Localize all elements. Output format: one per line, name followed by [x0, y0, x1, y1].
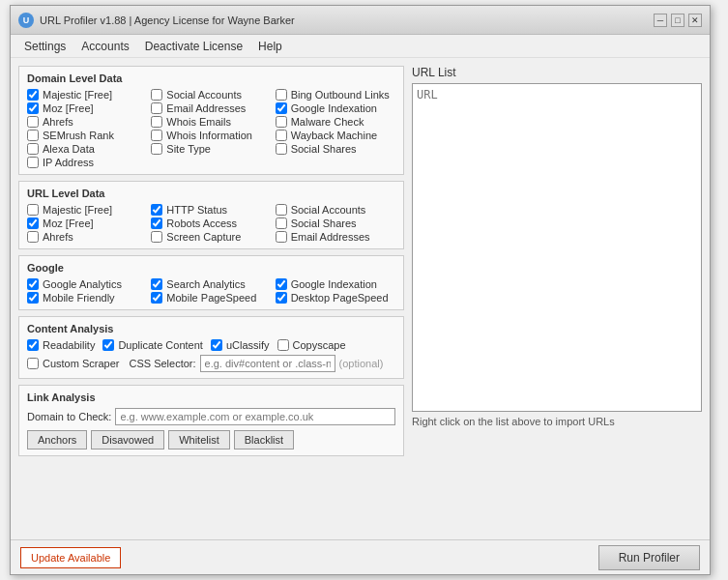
- google-mobile-speed-check[interactable]: [151, 292, 162, 304]
- domain-site-type[interactable]: Site Type: [151, 143, 271, 155]
- url-screen[interactable]: Screen Capture: [151, 231, 271, 243]
- content-copyscape[interactable]: Copyscape: [277, 339, 346, 351]
- domain-wayback-check[interactable]: [276, 130, 287, 141]
- url-ahrefs[interactable]: Ahrefs: [27, 231, 147, 243]
- google-indexation[interactable]: Google Indexation: [276, 278, 395, 290]
- whitelist-button[interactable]: Whitelist: [168, 430, 230, 450]
- domain-ahrefs[interactable]: Ahrefs: [27, 116, 147, 128]
- google-search[interactable]: Search Analytics: [151, 278, 271, 290]
- url-social-accounts[interactable]: Social Accounts: [276, 204, 395, 216]
- google-mobile-check[interactable]: [27, 292, 39, 304]
- google-mobile[interactable]: Mobile Friendly: [27, 292, 147, 304]
- domain-social-shares-check[interactable]: [276, 143, 287, 155]
- domain-whois-info[interactable]: Whois Information: [151, 130, 271, 141]
- minimize-button[interactable]: ─: [654, 14, 667, 27]
- menu-help[interactable]: Help: [250, 38, 290, 55]
- content-analysis-row1: Readability Duplicate Content uClassify …: [27, 339, 395, 351]
- domain-alexa[interactable]: Alexa Data: [27, 143, 147, 155]
- url-majestic-check[interactable]: [27, 204, 39, 216]
- content-uclassify-check[interactable]: [211, 339, 222, 351]
- url-moz-check[interactable]: [27, 218, 39, 229]
- url-email[interactable]: Email Addresses: [276, 231, 395, 243]
- domain-majestic-check[interactable]: [27, 89, 39, 101]
- google-grid: Google Analytics Search Analytics Google…: [27, 278, 395, 304]
- google-analytics[interactable]: Google Analytics: [27, 278, 147, 290]
- google-analytics-check[interactable]: [27, 278, 39, 290]
- link-analysis-section: Link Analysis Domain to Check: Anchors D…: [18, 385, 404, 456]
- domain-whois-emails[interactable]: Whois Emails: [151, 116, 271, 128]
- domain-semrush-check[interactable]: [27, 130, 39, 141]
- anchors-button[interactable]: Anchors: [27, 430, 87, 450]
- domain-wayback[interactable]: Wayback Machine: [276, 130, 395, 141]
- domain-google-index-check[interactable]: [276, 102, 287, 114]
- domain-social-accounts[interactable]: Social Accounts: [151, 89, 271, 101]
- content-custom-scraper-check[interactable]: [27, 358, 39, 369]
- blacklist-button[interactable]: Blacklist: [234, 430, 294, 450]
- footer: Update Available Run Profiler: [11, 539, 710, 574]
- domain-ip-check[interactable]: [27, 157, 39, 168]
- close-button[interactable]: ✕: [688, 14, 702, 27]
- url-social-shares[interactable]: Social Shares: [276, 218, 395, 229]
- domain-bing[interactable]: Bing Outbound Links: [276, 89, 395, 101]
- google-mobile-speed[interactable]: Mobile PageSpeed: [151, 292, 271, 304]
- domain-to-check-label: Domain to Check:: [27, 411, 111, 422]
- domain-bing-check[interactable]: [276, 89, 287, 101]
- url-http[interactable]: HTTP Status: [151, 204, 271, 216]
- content-custom-scraper[interactable]: Custom Scraper: [27, 358, 119, 369]
- url-textarea[interactable]: [412, 83, 702, 412]
- domain-input[interactable]: [115, 408, 395, 425]
- url-http-check[interactable]: [151, 204, 162, 216]
- domain-moz[interactable]: Moz [Free]: [27, 102, 147, 114]
- content-duplicate[interactable]: Duplicate Content: [102, 339, 202, 351]
- url-level-section: URL Level Data Majestic [Free] HTTP Stat…: [18, 181, 404, 249]
- url-email-check[interactable]: [276, 231, 287, 243]
- disavowed-button[interactable]: Disavowed: [91, 430, 164, 450]
- menu-accounts[interactable]: Accounts: [73, 38, 136, 55]
- url-level-title: URL Level Data: [27, 188, 395, 199]
- url-robots[interactable]: Robots Access: [151, 218, 271, 229]
- content-duplicate-check[interactable]: [102, 339, 114, 351]
- domain-social-shares[interactable]: Social Shares: [276, 143, 395, 155]
- google-section: Google Google Analytics Search Analytics…: [18, 255, 404, 310]
- domain-email[interactable]: Email Addresses: [151, 102, 271, 114]
- domain-google-index[interactable]: Google Indexation: [276, 102, 395, 114]
- update-button[interactable]: Update Available: [20, 547, 121, 568]
- domain-email-check[interactable]: [151, 102, 162, 114]
- url-robots-check[interactable]: [151, 218, 162, 229]
- domain-whois-info-check[interactable]: [151, 130, 162, 141]
- css-selector-input[interactable]: [200, 355, 335, 372]
- url-hint: Right click on the list above to import …: [412, 416, 702, 427]
- run-profiler-button[interactable]: Run Profiler: [598, 545, 700, 570]
- google-desktop-speed-check[interactable]: [276, 292, 287, 304]
- url-social-shares-check[interactable]: [276, 218, 287, 229]
- domain-level-grid: Majestic [Free] Social Accounts Bing Out…: [27, 89, 395, 168]
- menu-deactivate[interactable]: Deactivate License: [137, 38, 250, 55]
- content-uclassify[interactable]: uClassify: [211, 339, 270, 351]
- domain-alexa-check[interactable]: [27, 143, 39, 155]
- domain-semrush[interactable]: SEMrush Rank: [27, 130, 147, 141]
- url-ahrefs-check[interactable]: [27, 231, 39, 243]
- domain-malware-check[interactable]: [276, 116, 287, 128]
- maximize-button[interactable]: □: [671, 14, 684, 27]
- domain-malware[interactable]: Malware Check: [276, 116, 395, 128]
- google-search-check[interactable]: [151, 278, 162, 290]
- google-desktop-speed[interactable]: Desktop PageSpeed: [276, 292, 395, 304]
- url-social-accounts-check[interactable]: [276, 204, 287, 216]
- url-screen-check[interactable]: [151, 231, 162, 243]
- content-copyscape-check[interactable]: [277, 339, 289, 351]
- domain-site-type-check[interactable]: [151, 143, 162, 155]
- titlebar: U URL Profiler v1.88 | Agency License fo…: [11, 6, 710, 35]
- menu-settings[interactable]: Settings: [16, 38, 73, 55]
- domain-whois-emails-check[interactable]: [151, 116, 162, 128]
- content-readability-check[interactable]: [27, 339, 39, 351]
- domain-majestic[interactable]: Majestic [Free]: [27, 89, 147, 101]
- google-indexation-check[interactable]: [276, 278, 287, 290]
- domain-ip[interactable]: IP Address: [27, 157, 147, 168]
- domain-moz-check[interactable]: [27, 102, 39, 114]
- url-level-grid: Majestic [Free] HTTP Status Social Accou…: [27, 204, 395, 243]
- content-readability[interactable]: Readability: [27, 339, 95, 351]
- url-moz[interactable]: Moz [Free]: [27, 218, 147, 229]
- url-majestic[interactable]: Majestic [Free]: [27, 204, 147, 216]
- domain-ahrefs-check[interactable]: [27, 116, 39, 128]
- domain-social-accounts-check[interactable]: [151, 89, 162, 101]
